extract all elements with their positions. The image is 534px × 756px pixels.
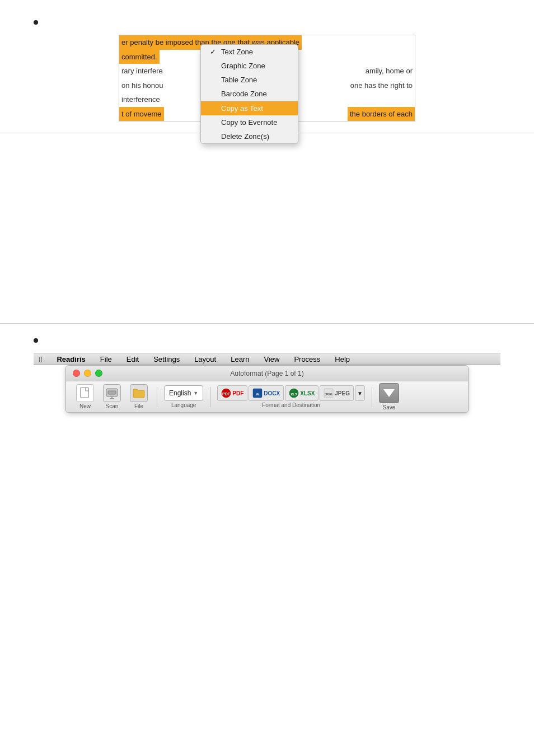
xlsx-format-button[interactable]: XLS XLSX bbox=[285, 385, 318, 401]
menubar-edit[interactable]: Edit bbox=[124, 355, 141, 363]
save-label: Save bbox=[383, 404, 396, 410]
jpeg-icon: JPEG bbox=[324, 388, 334, 398]
format-group-label: Format and Destination bbox=[262, 402, 320, 408]
checkmark-empty-2 bbox=[210, 76, 218, 84]
save-arrow-icon bbox=[383, 389, 395, 397]
new-icon bbox=[76, 384, 94, 402]
file-label: File bbox=[134, 403, 143, 409]
titlebar: Autoformat (Page 1 of 1) bbox=[66, 366, 468, 381]
doc-text-r3-right: amily, home or bbox=[363, 64, 415, 78]
toolbar-separator-1 bbox=[157, 387, 157, 407]
doc-text-r5-right bbox=[410, 92, 415, 107]
top-section: er penalty be imposed than the one that … bbox=[0, 0, 534, 133]
scan-label: Scan bbox=[106, 403, 119, 409]
close-button[interactable] bbox=[73, 370, 80, 377]
docx-label: DOCX bbox=[264, 390, 280, 396]
doc-text-r2: committed. bbox=[119, 50, 160, 64]
menu-label-copy-to-evernote: Copy to Evernote bbox=[221, 118, 277, 127]
menubar-view[interactable]: View bbox=[261, 355, 282, 363]
menu-label-text-zone: Text Zone bbox=[221, 48, 253, 56]
menu-item-barcode-zone[interactable]: Barcode Zone bbox=[201, 87, 298, 101]
menubar-settings[interactable]: Settings bbox=[151, 355, 182, 363]
window-title: Autoformat (Page 1 of 1) bbox=[230, 370, 303, 377]
menu-label-graphic-zone: Graphic Zone bbox=[221, 62, 265, 70]
app-toolbar: New Scan bbox=[66, 381, 468, 413]
menu-item-graphic-zone[interactable]: Graphic Zone bbox=[201, 59, 298, 73]
mac-menubar:  Readiris File Edit Settings Layout Lea… bbox=[34, 353, 500, 365]
language-dropdown[interactable]: English ▼ bbox=[164, 385, 203, 401]
svg-rect-0 bbox=[81, 388, 88, 398]
xlsx-icon: XLS bbox=[289, 388, 299, 398]
menubar-app-name[interactable]: Readiris bbox=[54, 355, 87, 363]
top-bullet-item bbox=[34, 17, 500, 25]
doc-text-r4-right: one has the right to bbox=[348, 78, 415, 93]
jpeg-label: JPEG bbox=[335, 390, 350, 396]
docx-icon: W bbox=[252, 388, 263, 398]
menu-label-barcode-zone: Barcode Zone bbox=[221, 90, 267, 98]
format-more-icon: ▼ bbox=[357, 390, 363, 396]
maximize-button[interactable] bbox=[95, 370, 102, 377]
checkmark-icon: ✓ bbox=[210, 48, 218, 56]
docx-format-button[interactable]: W DOCX bbox=[249, 385, 284, 401]
app-window: Autoformat (Page 1 of 1) New bbox=[65, 365, 469, 413]
apple-logo-icon[interactable]:  bbox=[39, 354, 42, 364]
menubar-file[interactable]: File bbox=[98, 355, 114, 363]
menu-item-delete-zones[interactable]: Delete Zone(s) bbox=[201, 129, 298, 143]
mid-section bbox=[0, 133, 534, 324]
save-button[interactable] bbox=[379, 383, 399, 403]
svg-rect-2 bbox=[108, 391, 116, 394]
bullet-dot bbox=[34, 20, 38, 25]
toolbar-separator-3 bbox=[372, 387, 372, 407]
format-buttons-inner: PDF PDF W DOCX bbox=[217, 385, 365, 401]
svg-text:W: W bbox=[256, 393, 260, 396]
scan-icon bbox=[103, 384, 121, 402]
language-label: English bbox=[169, 389, 191, 397]
pdf-icon: PDF bbox=[221, 388, 231, 398]
menu-label-delete-zones: Delete Zone(s) bbox=[221, 132, 269, 141]
scan-svg-icon bbox=[104, 385, 120, 401]
menu-item-copy-to-evernote[interactable]: Copy to Evernote bbox=[201, 115, 298, 129]
svg-text:XLS: XLS bbox=[291, 393, 297, 396]
checkmark-empty-5 bbox=[210, 118, 218, 127]
traffic-lights bbox=[73, 370, 102, 377]
scan-button[interactable]: Scan bbox=[101, 384, 123, 409]
app-window-area:  Readiris File Edit Settings Layout Lea… bbox=[34, 353, 500, 413]
menubar-help[interactable]: Help bbox=[332, 355, 352, 363]
menubar-learn[interactable]: Learn bbox=[228, 355, 251, 363]
document-area: er penalty be imposed than the one that … bbox=[119, 35, 415, 122]
doc-text-r6-left: t of moveme bbox=[119, 107, 164, 122]
menu-item-table-zone[interactable]: Table Zone bbox=[201, 73, 298, 87]
new-doc-icon bbox=[79, 387, 91, 399]
menubar-process[interactable]: Process bbox=[292, 355, 322, 363]
file-button[interactable]: File bbox=[128, 384, 150, 409]
file-folder-icon bbox=[132, 387, 146, 399]
menu-label-table-zone: Table Zone bbox=[221, 76, 257, 84]
menubar-layout[interactable]: Layout bbox=[192, 355, 218, 363]
doc-text-r4-left: on his honou bbox=[119, 78, 165, 93]
checkmark-empty-3 bbox=[210, 90, 218, 98]
checkmark-empty-6 bbox=[210, 132, 218, 141]
format-more-button[interactable]: ▼ bbox=[355, 385, 365, 401]
jpeg-format-button[interactable]: JPEG JPEG bbox=[320, 385, 354, 401]
language-group-label: Language bbox=[171, 402, 196, 408]
doc-text-r5-left: interference bbox=[119, 92, 162, 107]
menu-item-text-zone[interactable]: ✓ Text Zone bbox=[201, 45, 298, 59]
new-button[interactable]: New bbox=[74, 384, 96, 409]
file-icon bbox=[130, 384, 148, 402]
toolbar-separator-2 bbox=[210, 387, 210, 407]
pdf-label: PDF bbox=[232, 390, 243, 396]
format-group: PDF PDF W DOCX bbox=[217, 385, 365, 408]
bottom-section:  Readiris File Edit Settings Layout Lea… bbox=[0, 324, 534, 424]
doc-text-r3-left: rary interfere bbox=[119, 64, 165, 78]
new-label: New bbox=[79, 403, 91, 409]
pdf-format-button[interactable]: PDF PDF bbox=[217, 385, 247, 401]
save-group: Save bbox=[379, 383, 399, 410]
checkmark-empty-4 bbox=[210, 104, 218, 113]
menu-label-copy-as-text: Copy as Text bbox=[221, 104, 263, 113]
svg-text:PDF: PDF bbox=[222, 392, 231, 396]
language-group: English ▼ Language bbox=[164, 385, 203, 408]
context-menu: ✓ Text Zone Graphic Zone Table Zone Barc… bbox=[200, 44, 298, 144]
minimize-button[interactable] bbox=[84, 370, 91, 377]
menu-item-copy-as-text[interactable]: Copy as Text bbox=[201, 101, 298, 115]
doc-text-r6-right: the borders of each bbox=[348, 107, 415, 122]
